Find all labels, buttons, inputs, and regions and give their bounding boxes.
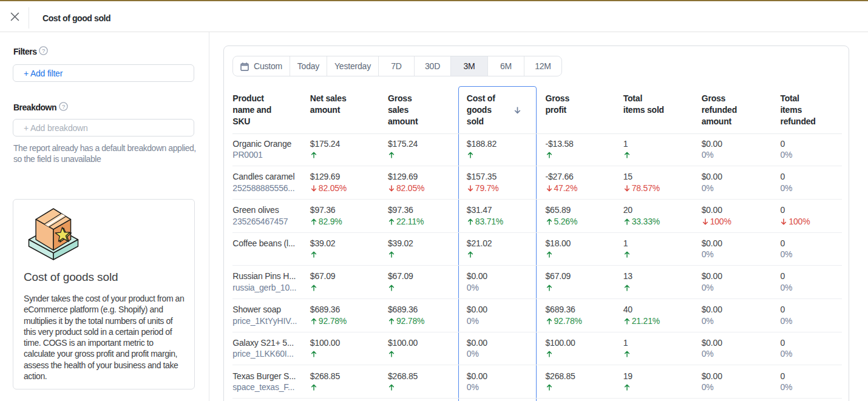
svg-text:?: ? bbox=[62, 103, 65, 110]
svg-text:?: ? bbox=[42, 47, 45, 54]
